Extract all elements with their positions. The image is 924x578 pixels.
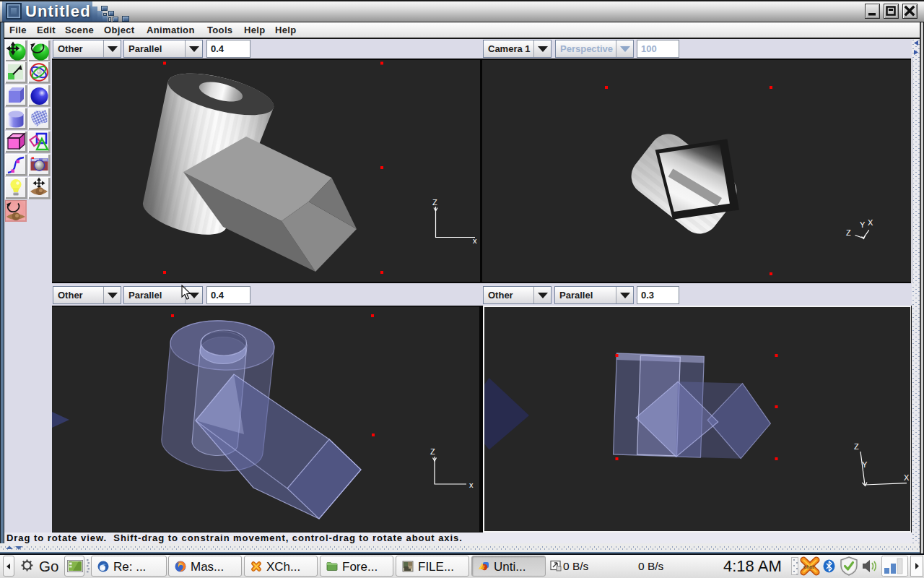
svg-text:Z: Z [854,442,859,451]
svg-text:x: x [473,236,477,245]
svg-text:Y: Y [860,220,866,229]
svg-text:X: X [868,218,873,227]
svg-text:Z: Z [430,447,435,456]
svg-text:x: x [469,480,474,489]
svg-text:X: X [904,473,910,482]
svg-text:Y: Y [862,460,868,469]
svg-text:chat: chat [803,564,814,569]
svg-text:Z: Z [432,198,437,207]
svg-text:Z: Z [846,228,851,237]
